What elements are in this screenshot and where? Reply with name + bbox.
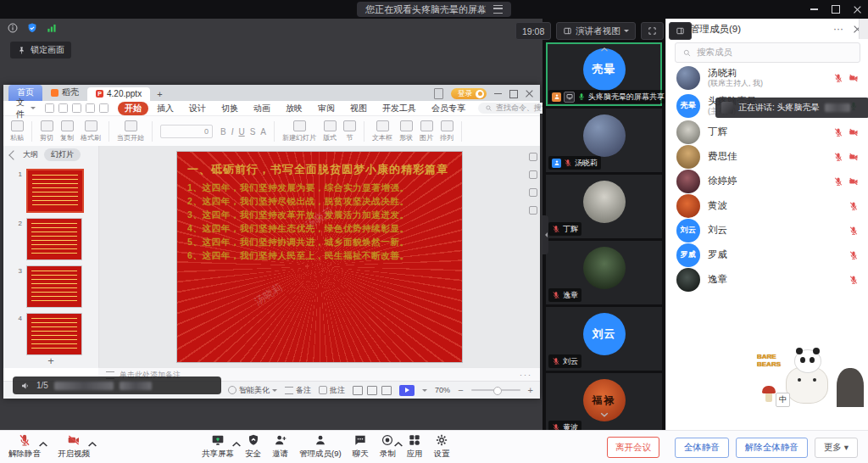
pin-view-button[interactable]: 锁定画面 [10, 42, 71, 59]
slides-tab[interactable]: 幻灯片 [44, 148, 81, 161]
fullscreen-button[interactable] [641, 22, 664, 40]
slide-thumbnail-2[interactable]: 2 [15, 218, 95, 260]
collapse-panel-icon[interactable] [8, 150, 18, 159]
toolbar-chat-button[interactable]: 聊天 [353, 433, 369, 460]
chevron-up-icon[interactable] [392, 438, 405, 451]
video-tile-刘云[interactable]: 刘云刘云 [546, 307, 662, 371]
format-buttons[interactable]: BIUSA [220, 127, 266, 137]
maximize-button[interactable] [832, 5, 840, 14]
zoom-out-button[interactable]: − [458, 385, 463, 395]
normal-view-icon[interactable] [353, 386, 363, 395]
ribbon-tab-会员专享[interactable]: 会员专享 [425, 102, 472, 115]
format-I[interactable]: I [231, 127, 234, 137]
notes-more-button[interactable]: ··· [520, 371, 532, 379]
wps-tool-文本框[interactable]: 文本框 [372, 120, 392, 142]
slide-sorter-icon[interactable] [367, 386, 377, 395]
wps-docer-tab[interactable]: 稻壳 [42, 85, 87, 101]
wps-login-button[interactable]: 登录 [451, 88, 487, 99]
close-button[interactable] [854, 6, 861, 14]
font-size-value[interactable]: 0 [160, 125, 213, 138]
signal-icon[interactable] [46, 22, 58, 34]
toolbar-mic-off-button[interactable]: 解除静音 [8, 433, 41, 460]
members-more-button[interactable]: ··· [833, 23, 843, 35]
toolbar-person-plus-button[interactable]: 邀请 [272, 433, 288, 460]
muted-icon[interactable] [849, 127, 859, 137]
reading-view-icon[interactable] [381, 386, 392, 395]
muted-icon[interactable] [849, 226, 859, 236]
footer-button-解除全体静音[interactable]: 解除全体静音 [736, 438, 808, 458]
smart-beautify-button[interactable]: 智能美化 [228, 385, 277, 396]
wps-tool-剪切[interactable]: 剪切 [40, 120, 53, 142]
view-mode-button[interactable]: 演讲者视图 [556, 22, 636, 40]
member-row-汤晓莉[interactable]: 汤晓莉(联席主持人, 我) [666, 64, 868, 92]
slide-thumbnail-image[interactable] [26, 265, 82, 308]
format-U[interactable]: U [238, 127, 244, 137]
properties-icon[interactable] [529, 153, 537, 161]
wps-tool-排列[interactable]: 排列 [440, 120, 453, 142]
wps-maximize-button[interactable] [509, 90, 518, 98]
format-S[interactable]: S [250, 127, 256, 137]
slide-thumbnail-1[interactable]: 1 [15, 169, 95, 213]
wps-tool-图片[interactable]: 图片 [420, 120, 433, 142]
zoom-slider[interactable] [471, 389, 520, 391]
video-tile-汤晓莉[interactable]: 汤晓莉 [546, 109, 662, 172]
member-row-逸章[interactable]: 逸章 [666, 267, 868, 292]
zoom-slider-knob[interactable] [493, 387, 502, 395]
ribbon-tab-审阅[interactable]: 审阅 [311, 102, 342, 115]
wps-home-tab[interactable]: 首页 [8, 85, 42, 101]
wps-close-button[interactable] [526, 90, 533, 98]
member-row-丁辉[interactable]: 丁辉 [666, 120, 868, 144]
toolbar-record-button[interactable]: 录制 [380, 433, 396, 460]
outline-tab[interactable]: 大纲 [23, 149, 38, 160]
format-B[interactable]: B [220, 127, 226, 137]
member-row-黄波[interactable]: 黄波 [666, 193, 868, 218]
wps-tool-新建幻灯片[interactable]: 新建幻灯片 [282, 120, 316, 142]
panel-collapse-handle[interactable] [542, 215, 548, 254]
toolbar-grid-button[interactable]: 应用 [407, 433, 423, 460]
view-mode-buttons[interactable] [353, 386, 392, 395]
animation-pane-icon[interactable] [529, 170, 537, 179]
preview-icon[interactable] [72, 103, 81, 113]
scroll-down-icon[interactable] [598, 409, 610, 421]
toolbar-cam-off-button[interactable]: 开启视频 [58, 433, 90, 460]
wps-tool-粘贴[interactable]: 粘贴 [10, 120, 24, 142]
member-row-费思佳[interactable]: 费思佳 [666, 144, 868, 169]
muted-icon[interactable] [849, 201, 859, 211]
toolbar-gear-button[interactable]: 设置 [434, 433, 450, 460]
watching-banner[interactable]: 您正在观看头疼脑壳晕的屏幕 [357, 2, 511, 17]
wps-tool-当页开始[interactable]: 当页开始 [117, 120, 144, 142]
chevron-up-icon[interactable] [86, 438, 99, 451]
toolbar-person-button[interactable]: 管理成员(9) [299, 433, 342, 460]
wps-file-menu[interactable]: 文件 [16, 97, 25, 120]
slide-thumbnail-3[interactable]: 3 [15, 265, 95, 308]
undo-icon[interactable] [86, 103, 95, 113]
pop-out-button[interactable] [669, 22, 692, 40]
video-tile-头疼脑壳晕的屏幕共享[interactable]: 壳晕头疼脑壳晕的屏幕共享 [546, 42, 662, 106]
ribbon-tab-设计[interactable]: 设计 [182, 102, 213, 115]
info-icon[interactable] [7, 22, 19, 34]
format-A[interactable]: A [260, 127, 266, 137]
current-slide[interactable]: 汤晓莉 汤晓莉 一、砥砺前行，书写全面脱贫圆梦小康的精彩篇章 1、这四年，我们坚… [177, 152, 462, 362]
print-icon[interactable] [58, 103, 68, 113]
font-size-box[interactable]: 0 [160, 125, 213, 138]
wps-document-tab[interactable]: P4.20.pptx [87, 87, 150, 101]
chevron-up-icon[interactable] [36, 438, 50, 451]
slide-thumbnail-image[interactable] [26, 313, 82, 355]
shield-check-icon[interactable] [26, 22, 38, 34]
muted-icon[interactable] [833, 152, 843, 162]
banner-menu-icon[interactable] [493, 5, 503, 14]
wps-tool-版式[interactable]: 版式 [323, 120, 337, 142]
member-search-input[interactable]: 搜索成员 [675, 42, 860, 63]
wps-tool-复制[interactable]: 复制 [60, 120, 74, 142]
doc-badge-icon[interactable] [434, 88, 443, 99]
ribbon-tab-放映[interactable]: 放映 [279, 102, 309, 115]
muted-icon[interactable] [833, 127, 843, 137]
muted-icon[interactable] [849, 73, 859, 83]
redo-icon[interactable] [99, 103, 108, 113]
member-row-刘云[interactable]: 刘云刘云 [666, 218, 868, 243]
ribbon-tab-切换[interactable]: 切换 [214, 102, 245, 115]
member-row-徐婷婷[interactable]: 徐婷婷 [666, 169, 868, 193]
slide-thumbnail-image[interactable] [26, 218, 82, 260]
notes-toggle-button[interactable]: 备注 [285, 385, 311, 396]
minimize-button[interactable] [810, 8, 818, 10]
